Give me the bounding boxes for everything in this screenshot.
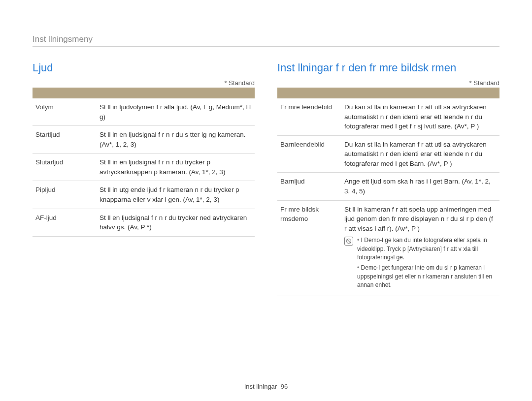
table-row: Barnljud Ange ett ljud som ska h ras i l… xyxy=(277,173,499,200)
left-column: Ljud * Standard Volym St ll in ljudvolym… xyxy=(33,62,255,296)
row-desc-demo: St ll in kameran f r att spela upp anime… xyxy=(341,200,499,296)
demo-note-2: Demo-l get fungerar inte om du sl r p ka… xyxy=(357,264,492,288)
table-row: AF-ljud St ll en ljudsignal f r n r du t… xyxy=(33,209,255,236)
page-footer: Inst llningar 96 xyxy=(0,383,532,390)
row-name: Barnljud xyxy=(277,173,341,200)
breadcrumb: Inst llningsmeny xyxy=(33,34,499,47)
row-desc: St ll en ljudsignal f r n r du trycker n… xyxy=(97,209,255,236)
table-row-demo: Fr mre bildsk rmsdemo St ll in kameran f… xyxy=(277,200,499,296)
row-name: Fr mre leendebild xyxy=(277,98,341,135)
section-title-sound: Ljud xyxy=(33,62,255,74)
row-name: Barnleendebild xyxy=(277,135,341,173)
right-column: Inst llningar f r den fr mre bildsk rmen… xyxy=(277,62,499,296)
footer-page-number: 96 xyxy=(281,383,288,390)
row-desc: St ll in en ljudsignal f r n r du s tter… xyxy=(97,126,255,154)
row-desc: Ange ett ljud som ska h ras i l get Barn… xyxy=(341,173,499,200)
table-row: Startljud St ll in en ljudsignal f r n r… xyxy=(33,126,255,154)
page: Inst llningsmeny Ljud * Standard Volym S… xyxy=(0,0,532,296)
footer-label: Inst llningar xyxy=(244,383,277,390)
table-row: Volym St ll in ljudvolymen f r alla ljud… xyxy=(33,98,255,126)
sound-table: Volym St ll in ljudvolymen f r alla ljud… xyxy=(33,88,255,237)
columns: Ljud * Standard Volym St ll in ljudvolym… xyxy=(33,62,499,296)
table-row: Barnleendebild Du kan st lla in kameran … xyxy=(277,135,499,173)
demo-intro: St ll in kameran f r att spela upp anime… xyxy=(344,205,497,234)
table-row: Pipljud St ll in utg ende ljud f r kamer… xyxy=(33,181,255,209)
standard-note-left: * Standard xyxy=(33,79,255,87)
demo-note-1: I Demo-l ge kan du inte fotografera elle… xyxy=(357,237,487,261)
row-desc: Du kan st lla in kameran f r att utl sa … xyxy=(341,135,499,173)
row-desc: St ll in ljudvolymen f r alla ljud. (Av,… xyxy=(97,98,255,126)
row-name: Startljud xyxy=(33,126,97,154)
row-name: Fr mre bildsk rmsdemo xyxy=(277,200,341,296)
demo-note-bullets: I Demo-l ge kan du inte fotografera elle… xyxy=(357,236,497,291)
table-row: Slutarljud St ll in en ljudsignal f r n … xyxy=(33,154,255,181)
row-name: Pipljud xyxy=(33,181,97,209)
row-name: AF-ljud xyxy=(33,209,97,236)
section-title-front-display: Inst llningar f r den fr mre bildsk rmen xyxy=(277,62,499,74)
standard-note-right: * Standard xyxy=(277,79,499,87)
row-desc: St ll in utg ende ljud f r kameran n r d… xyxy=(97,181,255,209)
note-icon xyxy=(344,237,353,246)
row-desc: Du kan st lla in kameran f r att utl sa … xyxy=(341,98,499,135)
row-desc: St ll in en ljudsignal f r n r du trycke… xyxy=(97,154,255,181)
row-name: Volym xyxy=(33,98,97,126)
front-display-table: Fr mre leendebild Du kan st lla in kamer… xyxy=(277,88,499,296)
row-name: Slutarljud xyxy=(33,154,97,181)
demo-note-block: I Demo-l ge kan du inte fotografera elle… xyxy=(344,236,497,291)
table-row: Fr mre leendebild Du kan st lla in kamer… xyxy=(277,98,499,135)
